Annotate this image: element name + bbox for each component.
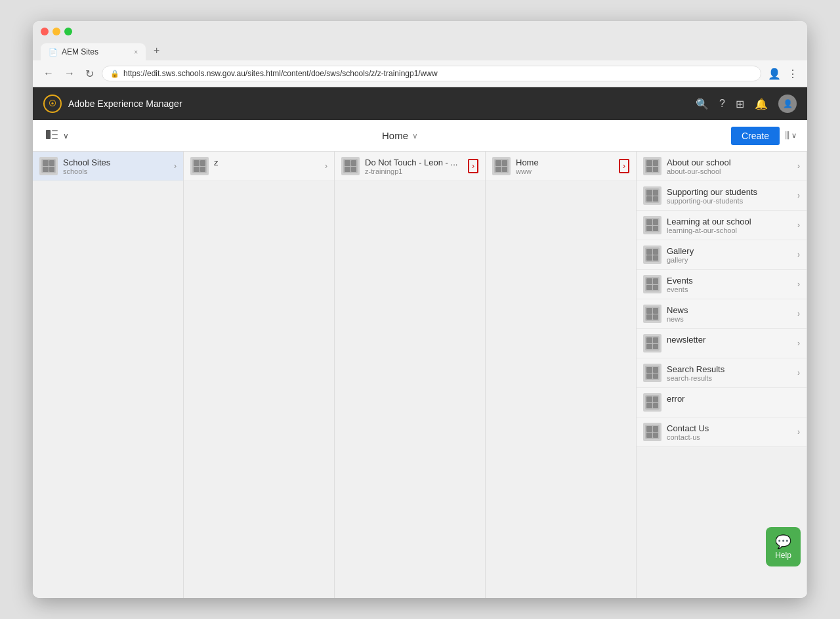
- tab-close-button[interactable]: ×: [134, 49, 138, 56]
- apps-icon[interactable]: ⊞: [736, 98, 744, 110]
- column-4: Home www ›: [486, 152, 637, 598]
- item-text: News news: [667, 305, 792, 323]
- profile-button[interactable]: 👤: [766, 66, 782, 81]
- aem-logo: ⦿ Adobe Experience Manager: [43, 95, 182, 113]
- svg-rect-1: [52, 130, 58, 131]
- item-thumbnail: [341, 157, 360, 175]
- item-subtitle: contact-us: [667, 433, 792, 441]
- chevron-right-icon: ›: [797, 161, 800, 171]
- item-thumbnail-inner: [645, 159, 660, 173]
- view-icon: ⦀: [785, 129, 790, 142]
- item-thumbnail: [190, 157, 209, 175]
- aem-header-actions: 🔍 ? ⊞ 🔔 👤: [696, 95, 797, 113]
- item-thumbnail-inner: [645, 218, 660, 232]
- item-subtitle: news: [667, 315, 792, 323]
- create-button[interactable]: Create: [731, 127, 780, 145]
- item-text: z: [214, 158, 320, 175]
- notifications-icon[interactable]: 🔔: [755, 98, 768, 110]
- list-item[interactable]: Gallery gallery ›: [637, 240, 807, 270]
- chevron-right-icon: ›: [797, 191, 800, 200]
- item-thumbnail: [492, 157, 511, 175]
- column-2: z ›: [184, 152, 335, 598]
- item-text: Do Not Touch - Leon - ... z-trainingp1: [365, 158, 463, 175]
- item-title: error: [667, 394, 792, 404]
- svg-rect-3: [52, 138, 58, 139]
- item-title: Supporting our students: [667, 187, 792, 197]
- avatar[interactable]: 👤: [778, 95, 797, 113]
- item-thumbnail-inner: [645, 247, 660, 262]
- chevron-right-icon: ›: [797, 368, 800, 377]
- breadcrumb-label: Home: [382, 130, 408, 141]
- item-thumbnail: [643, 245, 662, 264]
- toolbar-dropdown-arrow[interactable]: ∨: [63, 131, 69, 140]
- item-title: School Sites: [63, 158, 169, 167]
- list-item[interactable]: Do Not Touch - Leon - ... z-trainingp1 ›: [335, 152, 485, 181]
- toolbar-center: Home ∨: [69, 130, 731, 141]
- item-title: Events: [667, 276, 792, 286]
- item-title: Search Results: [667, 364, 792, 374]
- traffic-light-maximize[interactable]: [64, 28, 72, 35]
- list-item[interactable]: Home www ›: [486, 152, 636, 181]
- chevron-right-icon: ›: [797, 221, 800, 230]
- item-subtitle: supporting-our-students: [667, 197, 792, 205]
- chevron-right-icon: ›: [797, 427, 800, 437]
- traffic-light-minimize[interactable]: [52, 28, 60, 35]
- new-tab-button[interactable]: +: [148, 41, 165, 60]
- tab-icon: 📄: [49, 48, 58, 56]
- list-item[interactable]: error ›: [637, 388, 807, 417]
- item-subtitle: learning-at-our-school: [667, 226, 792, 234]
- aem-header: ⦿ Adobe Experience Manager 🔍 ? ⊞ 🔔 👤: [33, 87, 807, 120]
- svg-rect-0: [46, 130, 51, 139]
- item-thumbnail: [643, 364, 662, 382]
- item-thumbnail-inner: [41, 159, 56, 173]
- traffic-light-close[interactable]: [41, 28, 49, 35]
- list-item[interactable]: News news ›: [637, 299, 807, 329]
- chevron-right-icon: ›: [325, 161, 327, 171]
- item-thumbnail-inner: [343, 159, 358, 173]
- item-thumbnail-inner: [645, 277, 660, 291]
- address-bar-row: ← → ↻ 🔒 https://edit.sws.schools.nsw.gov…: [33, 60, 807, 87]
- list-item[interactable]: Search Results search-results ›: [637, 358, 807, 388]
- list-item[interactable]: Contact Us contact-us ›: [637, 417, 807, 447]
- help-label: Help: [775, 551, 791, 560]
- item-thumbnail-inner: [494, 159, 509, 173]
- list-item[interactable]: Supporting our students supporting-our-s…: [637, 181, 807, 211]
- nav-refresh-button[interactable]: ↻: [83, 66, 96, 81]
- toolbar-left: ∨: [43, 127, 69, 144]
- item-thumbnail: [643, 334, 662, 352]
- item-text: About our school about-our-school: [667, 158, 792, 175]
- panel-toggle-button[interactable]: [43, 127, 60, 144]
- nav-back-button[interactable]: ←: [41, 66, 56, 81]
- list-item[interactable]: z ›: [184, 152, 334, 181]
- list-item[interactable]: Events events ›: [637, 270, 807, 299]
- nav-forward-button[interactable]: →: [62, 66, 77, 81]
- item-text: Learning at our school learning-at-our-s…: [667, 217, 792, 234]
- help-button[interactable]: 💬 Help: [766, 527, 801, 566]
- item-thumbnail-inner: [192, 159, 207, 173]
- list-item[interactable]: School Sites schools ›: [33, 152, 183, 181]
- item-text: Gallery gallery: [667, 246, 792, 264]
- aem-toolbar: ∨ Home ∨ Create ⦀ ∨: [33, 120, 807, 152]
- browser-window: 📄 AEM Sites × + ← → ↻ 🔒 https://edit.sws…: [33, 21, 807, 598]
- address-bar[interactable]: 🔒 https://edit.sws.schools.nsw.gov.au/si…: [102, 66, 761, 81]
- list-item[interactable]: About our school about-our-school ›: [637, 152, 807, 181]
- list-item[interactable]: newsletter ›: [637, 329, 807, 358]
- list-item[interactable]: Learning at our school learning-at-our-s…: [637, 211, 807, 240]
- item-title: newsletter: [667, 335, 792, 345]
- breadcrumb-chevron: ∨: [412, 131, 418, 140]
- more-options-button[interactable]: ⋮: [786, 66, 799, 81]
- browser-tab[interactable]: 📄 AEM Sites ×: [41, 43, 146, 60]
- view-toggle-button[interactable]: ⦀ ∨: [785, 129, 797, 142]
- item-subtitle: search-results: [667, 374, 792, 382]
- search-icon[interactable]: 🔍: [696, 98, 709, 110]
- traffic-lights: [41, 28, 799, 35]
- item-title: Do Not Touch - Leon - ...: [365, 158, 463, 167]
- breadcrumb-button[interactable]: Home ∨: [382, 130, 418, 141]
- chevron-right-icon: ›: [797, 339, 800, 348]
- help-icon[interactable]: ?: [719, 98, 725, 110]
- chevron-right-highlighted-icon: ›: [619, 159, 629, 173]
- browser-actions: 👤 ⋮: [766, 66, 799, 81]
- item-text: Events events: [667, 276, 792, 293]
- item-subtitle: [667, 404, 792, 412]
- item-thumbnail: [643, 393, 662, 412]
